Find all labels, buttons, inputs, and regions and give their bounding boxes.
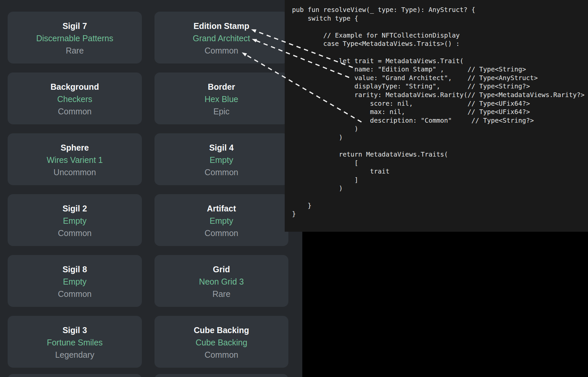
trait-name: Sigil 8 — [62, 264, 87, 274]
trait-value: Grand Architect — [193, 33, 250, 43]
trait-name: Border — [208, 82, 235, 92]
trait-rarity: Uncommon — [53, 167, 96, 177]
trait-rarity: Rare — [66, 46, 84, 56]
trait-card: Sigil 8EmptyCommon — [8, 255, 142, 307]
trait-name: Grid — [213, 264, 230, 274]
trait-card-partial — [8, 374, 142, 377]
trait-value: Discernable Patterns — [36, 33, 113, 43]
trait-card: Sigil 3Fortune SmilesLegendary — [8, 316, 142, 368]
traits-column-2: Edition StampGrand ArchitectCommonBorder… — [0, 0, 302, 377]
trait-name: Sigil 7 — [62, 21, 87, 31]
trait-name: Sigil 2 — [62, 203, 87, 213]
trait-name: Background — [50, 82, 99, 92]
trait-card: Cube BackingCube BackingCommon — [154, 316, 288, 368]
trait-card: SphereWires Varient 1Uncommon — [8, 133, 142, 185]
trait-value: Empty — [210, 216, 233, 226]
trait-value: Neon Grid 3 — [199, 277, 244, 287]
code-panel: pub fun resolveView(_ type: Type): AnySt… — [285, 0, 588, 232]
trait-value: Checkers — [57, 94, 92, 104]
trait-rarity: Legendary — [55, 350, 94, 360]
trait-rarity: Common — [205, 46, 238, 56]
trait-value: Empty — [63, 216, 87, 226]
trait-value: Wires Varient 1 — [47, 155, 103, 165]
trait-rarity: Common — [58, 106, 91, 116]
trait-name: Sphere — [61, 143, 89, 153]
trait-value: Fortune Smiles — [47, 337, 103, 347]
trait-rarity: Common — [58, 228, 91, 238]
traits-column-1: Sigil 7Discernable PatternsRareBackgroun… — [0, 0, 302, 377]
traits-page[interactable]: Sigil 7Discernable PatternsRareBackgroun… — [0, 0, 302, 377]
trait-rarity: Rare — [212, 289, 230, 299]
trait-card: BackgroundCheckersCommon — [8, 72, 142, 124]
trait-name: Edition Stamp — [193, 21, 249, 31]
trait-card: Sigil 2EmptyCommon — [8, 194, 142, 246]
code-block: pub fun resolveView(_ type: Type): AnySt… — [285, 0, 588, 218]
trait-card: GridNeon Grid 3Rare — [154, 255, 288, 307]
trait-card-partial — [154, 374, 288, 377]
trait-rarity: Common — [205, 167, 238, 177]
trait-card: Sigil 4EmptyCommon — [154, 133, 288, 185]
trait-card: Sigil 7Discernable PatternsRare — [8, 12, 142, 63]
trait-card: ArtifactEmptyCommon — [154, 194, 288, 246]
screenshot-canvas: Sigil 7Discernable PatternsRareBackgroun… — [0, 0, 588, 377]
trait-name: Artifact — [207, 203, 236, 213]
trait-value: Hex Blue — [205, 94, 238, 104]
trait-name: Sigil 3 — [62, 325, 87, 335]
trait-rarity: Common — [58, 289, 91, 299]
trait-value: Empty — [210, 155, 233, 165]
trait-value: Empty — [63, 277, 87, 287]
trait-name: Sigil 4 — [209, 143, 234, 153]
trait-rarity: Common — [205, 228, 238, 238]
trait-value: Cube Backing — [196, 337, 247, 347]
trait-name: Cube Backing — [194, 325, 249, 335]
trait-rarity: Epic — [213, 106, 230, 116]
trait-card: Edition StampGrand ArchitectCommon — [154, 12, 288, 63]
trait-rarity: Common — [205, 350, 238, 360]
trait-card: BorderHex BlueEpic — [154, 72, 288, 124]
